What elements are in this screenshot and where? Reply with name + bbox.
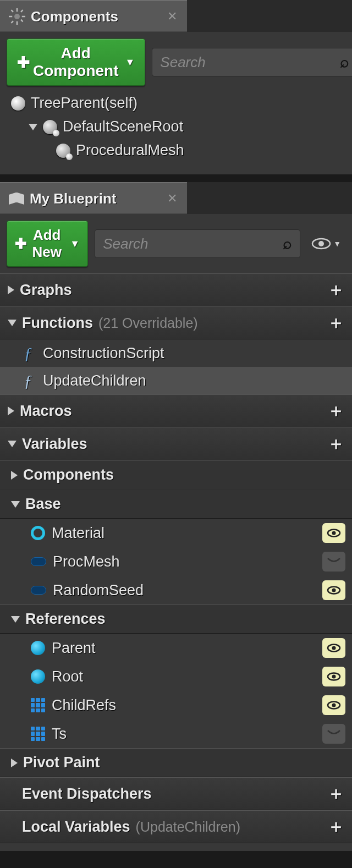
svg-rect-4 — [22, 16, 25, 18]
category-base-title: Base — [25, 496, 61, 513]
book-icon — [9, 193, 24, 205]
add-component-button[interactable]: ✚ Add Component ▼ — [7, 39, 145, 86]
svg-point-16 — [332, 646, 336, 650]
chevron-right-icon[interactable] — [8, 285, 14, 294]
search-icon: ⌕ — [283, 235, 292, 252]
var-parent[interactable]: Parent — [0, 634, 352, 662]
tree-root-self[interactable]: TreeParent(self) — [9, 91, 343, 115]
svg-rect-3 — [9, 16, 12, 18]
add-new-button[interactable]: ✚ Add New ▼ — [7, 221, 88, 267]
components-search[interactable]: ⌕ — [152, 48, 352, 76]
svg-rect-1 — [16, 8, 18, 12]
myblueprint-tab-title: My Blueprint — [30, 190, 116, 207]
component-tree: TreeParent(self) DefaultSceneRoot Proced… — [7, 86, 345, 162]
visibility-toggle[interactable] — [322, 695, 345, 715]
svg-rect-2 — [16, 21, 18, 25]
var-childrefs[interactable]: ChildRefs — [0, 691, 352, 719]
tree-procmesh[interactable]: ProceduralMesh — [9, 139, 343, 162]
category-components[interactable]: Components — [0, 460, 352, 490]
visibility-toggle[interactable] — [322, 523, 345, 543]
tree-root-label: TreeParent(self) — [31, 95, 138, 112]
category-references[interactable]: References — [0, 605, 352, 634]
visibility-toggle[interactable] — [322, 580, 345, 600]
array-type-icon — [31, 698, 45, 712]
section-graphs-title: Graphs — [20, 282, 72, 299]
section-localvars-title: Local Variables — [22, 818, 130, 836]
myblueprint-search[interactable]: ⌕ — [95, 229, 300, 258]
chevron-right-icon[interactable] — [11, 471, 18, 480]
category-pivot-paint[interactable]: Pivot Paint — [0, 748, 352, 777]
chevron-down-icon[interactable] — [11, 616, 20, 623]
svg-point-0 — [14, 14, 20, 19]
myblueprint-tab[interactable]: My Blueprint ✕ — [0, 182, 187, 214]
components-panel: Components ✕ ✚ Add Component ▼ ⌕ TreePar… — [0, 0, 352, 174]
section-functions-title: Functions — [22, 315, 93, 332]
section-macros[interactable]: Macros ＋ — [0, 394, 352, 427]
myblueprint-search-input[interactable] — [103, 235, 283, 252]
gear-icon — [9, 8, 25, 25]
myblueprint-panel: My Blueprint ✕ ✚ Add New ▼ ⌕ ▼ Graphs ＋ — [0, 182, 352, 851]
chevron-down-icon[interactable] — [11, 501, 20, 508]
var-randomseed[interactable]: RandomSeed — [0, 576, 352, 605]
section-graphs[interactable]: Graphs ＋ — [0, 273, 352, 306]
svg-rect-7 — [11, 20, 14, 23]
scene-component-icon — [43, 120, 57, 134]
function-constructionscript[interactable]: ƒ ConstructionScript — [0, 339, 352, 367]
close-icon[interactable]: ✕ — [167, 9, 177, 24]
visibility-toggle[interactable] — [322, 667, 345, 686]
chevron-down-icon: ▼ — [70, 238, 80, 250]
tree-scene-root-label: DefaultSceneRoot — [63, 118, 183, 135]
add-graph-button[interactable]: ＋ — [326, 279, 346, 300]
section-functions[interactable]: Functions (21 Overridable) ＋ — [0, 306, 352, 339]
svg-rect-6 — [20, 19, 23, 22]
category-pivot-title: Pivot Paint — [23, 754, 100, 771]
function-updatechildren[interactable]: ƒ UpdateChildren — [0, 367, 352, 394]
var-material[interactable]: Material — [0, 519, 352, 547]
chevron-right-icon[interactable] — [11, 759, 18, 767]
var-procmesh-label: ProcMesh — [53, 553, 120, 570]
myblueprint-tab-row: My Blueprint ✕ — [0, 182, 352, 214]
components-body: ✚ Add Component ▼ ⌕ TreeParent(self) Def… — [0, 32, 352, 167]
actor-type-icon — [31, 669, 45, 684]
chevron-down-icon: ▼ — [125, 57, 135, 68]
section-event-dispatchers[interactable]: Event Dispatchers ＋ — [0, 777, 352, 810]
close-icon[interactable]: ✕ — [167, 191, 177, 206]
var-root[interactable]: Root — [0, 662, 352, 691]
chevron-right-icon[interactable] — [8, 406, 14, 415]
section-dispatchers-title: Event Dispatchers — [22, 785, 152, 803]
section-local-variables[interactable]: Local Variables (UpdateChildren) ＋ — [0, 810, 352, 843]
category-base[interactable]: Base — [0, 490, 352, 519]
svg-point-20 — [332, 704, 336, 707]
visibility-toggle[interactable] — [322, 638, 345, 658]
tree-scene-root[interactable]: DefaultSceneRoot — [9, 115, 343, 139]
category-references-title: References — [25, 611, 106, 628]
var-ts[interactable]: Ts — [0, 719, 352, 748]
visibility-toggle[interactable] — [322, 724, 345, 744]
components-tab-title: Components — [31, 8, 118, 25]
section-variables[interactable]: Variables ＋ — [0, 427, 352, 460]
add-localvar-button[interactable]: ＋ — [326, 816, 346, 837]
plus-icon: ✚ — [17, 53, 30, 72]
function-icon: ƒ — [20, 344, 36, 362]
view-options-button[interactable]: ▼ — [307, 237, 345, 250]
function-constructionscript-label: ConstructionScript — [43, 345, 164, 362]
chevron-down-icon[interactable] — [8, 320, 16, 326]
actor-icon — [11, 96, 25, 111]
chevron-down-icon[interactable] — [29, 124, 37, 130]
components-tab[interactable]: Components ✕ — [0, 0, 187, 32]
svg-point-12 — [332, 531, 336, 535]
visibility-toggle[interactable] — [322, 552, 345, 572]
add-component-label: Add Component — [33, 45, 119, 80]
add-function-button[interactable]: ＋ — [326, 312, 346, 333]
add-macro-button[interactable]: ＋ — [326, 400, 346, 421]
object-type-icon — [31, 586, 46, 595]
scene-component-icon — [56, 144, 70, 158]
chevron-down-icon[interactable] — [8, 441, 16, 447]
add-variable-button[interactable]: ＋ — [326, 433, 346, 454]
add-dispatcher-button[interactable]: ＋ — [326, 783, 346, 804]
svg-rect-8 — [20, 9, 23, 12]
components-search-input[interactable] — [160, 54, 340, 71]
var-procmesh[interactable]: ProcMesh — [0, 547, 352, 576]
localvars-context: (UpdateChildren) — [136, 819, 240, 835]
object-type-icon — [31, 557, 46, 566]
